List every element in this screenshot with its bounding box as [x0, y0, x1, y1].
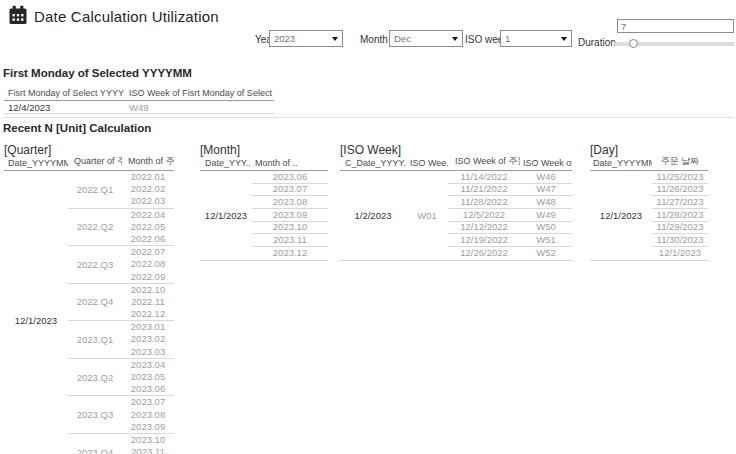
day-value: 12/1/2023: [652, 247, 708, 260]
quarter-group[interactable]: 2023.Q4 2023.10 2023.11 2023.12: [68, 434, 174, 454]
quarter-group[interactable]: 2022.Q1 2022.01 2022.02 2022.03: [68, 171, 174, 209]
calendar-icon: [8, 5, 28, 26]
quarter-date-cell[interactable]: 12/1/2023: [4, 171, 68, 454]
month-value: 2022.06: [122, 233, 174, 245]
day-value: 11/30/2023: [652, 234, 708, 247]
week-number: W47: [520, 183, 572, 196]
month-value: 2023.01: [122, 321, 174, 333]
month-value: 2023.02: [122, 333, 174, 345]
month-value: 2023.04: [122, 359, 174, 371]
table-row[interactable]: 11/29/2023: [652, 222, 708, 235]
table-row[interactable]: 2023.08: [252, 196, 328, 209]
day-value: 11/26/2023: [652, 183, 708, 196]
first-monday-table-header: Fisrt Monday of Select YYYYMM ISO Week o…: [4, 87, 274, 101]
month-value: 2023.11: [252, 234, 328, 247]
table-row[interactable]: 12/4/2023 W49: [4, 101, 274, 114]
week-number: W50: [520, 221, 572, 234]
week-start-date: 12/26/2022: [448, 247, 520, 260]
table-row[interactable]: 2023.10: [252, 222, 328, 235]
year-dropdown[interactable]: 2023: [269, 30, 343, 47]
table-row[interactable]: 11/25/2023: [652, 171, 708, 184]
month-value: 2022.04: [122, 209, 174, 221]
week-start-date: 12/5/2022: [448, 209, 520, 222]
table-row[interactable]: 11/27/2023: [652, 196, 708, 209]
quarter-group[interactable]: 2022.Q4 2022.10 2022.11 2022.12: [68, 284, 174, 322]
table-row[interactable]: 11/21/2022 W47: [448, 184, 572, 197]
quarter-table: 12/1/2023 2022.Q1 2022.01 2022.02 2022.0…: [4, 171, 174, 454]
day-value: 11/29/2023: [652, 221, 708, 234]
month-dropdown-value: Dec: [394, 33, 448, 44]
quarter-table-title: [Quarter]: [4, 143, 51, 157]
section-divider: [2, 117, 734, 118]
month-value: 2023.08: [122, 409, 174, 421]
column-header: ISO Week of 주문..: [448, 155, 520, 168]
week-number: W46: [520, 171, 572, 184]
quarter-group[interactable]: 2023.Q2 2023.04 2023.05 2023.06: [68, 359, 174, 397]
duration-input[interactable]: [617, 19, 734, 33]
week-number: W48: [520, 196, 572, 209]
table-row[interactable]: 12/19/2022 W51: [448, 234, 572, 247]
table-row[interactable]: 11/14/2022 W46: [448, 171, 572, 184]
quarter-group[interactable]: 2022.Q3 2022.07 2022.08 2022.09: [68, 246, 174, 284]
month-filter-label: Month: [360, 34, 388, 45]
month-date-cell[interactable]: 12/1/2023: [200, 171, 252, 260]
week-number: W49: [520, 209, 572, 222]
month-value: 2023.06: [122, 383, 174, 395]
table-row[interactable]: 12/12/2022 W50: [448, 222, 572, 235]
table-row[interactable]: 2023.07: [252, 184, 328, 197]
month-value: 2023.06: [252, 171, 328, 184]
week-start-date: 12/19/2022: [448, 234, 520, 247]
column-header: C_Date_YYYY..: [340, 158, 406, 168]
table-row[interactable]: 2023.12: [252, 247, 328, 260]
table-row[interactable]: 2023.06: [252, 171, 328, 184]
table-row[interactable]: 2023.11: [252, 234, 328, 247]
year-dropdown-value: 2023: [274, 33, 328, 44]
month-value: 2022.05: [122, 221, 174, 233]
day-date-cell[interactable]: 12/1/2023: [590, 171, 652, 260]
month-value: 2022.11: [122, 296, 174, 308]
month-value: 2022.08: [122, 258, 174, 270]
column-header: Fisrt Monday of Select YYYYMM: [4, 88, 124, 98]
iso-date-cell[interactable]: 1/2/2023: [340, 171, 406, 260]
quarter-group[interactable]: 2022.Q2 2022.04 2022.05 2022.06: [68, 209, 174, 247]
month-table-title: [Month]: [200, 143, 240, 157]
month-value: 2023.12: [252, 247, 328, 260]
column-header: ISO Week of..: [520, 158, 572, 168]
iso-week-cell[interactable]: W01: [406, 171, 448, 260]
iso-week-dropdown[interactable]: 1: [500, 30, 572, 47]
first-monday-iso-week: W49: [124, 102, 274, 113]
table-row[interactable]: 12/26/2022 W52: [448, 247, 572, 260]
month-value: 2023.09: [252, 209, 328, 222]
week-start-date: 11/14/2022: [448, 171, 520, 184]
table-row[interactable]: 11/30/2023: [652, 234, 708, 247]
table-row[interactable]: 11/26/2023: [652, 184, 708, 197]
month-value: 2022.12: [122, 308, 174, 320]
quarter-group[interactable]: 2023.Q3 2023.07 2023.08 2023.09: [68, 396, 174, 434]
quarter-group[interactable]: 2023.Q1 2023.01 2023.02 2023.03: [68, 321, 174, 359]
month-value: 2022.09: [122, 271, 174, 283]
week-start-date: 11/28/2022: [448, 196, 520, 209]
quarter-label: 2022.Q1: [68, 171, 122, 208]
table-row[interactable]: 11/28/2022 W48: [448, 196, 572, 209]
month-dropdown[interactable]: Dec: [389, 30, 463, 47]
month-value: 2022.03: [122, 195, 174, 207]
week-number: W52: [520, 247, 572, 260]
quarter-label: 2022.Q4: [68, 284, 122, 321]
month-value: 2023.07: [252, 183, 328, 196]
duration-slider-handle[interactable]: [629, 39, 638, 48]
quarter-label: 2023.Q4: [68, 434, 122, 454]
column-header: Month of ..: [252, 158, 328, 168]
month-value: 2023.03: [122, 346, 174, 358]
week-number: W51: [520, 234, 572, 247]
day-table-header: Date_YYYYMM 주문 날짜: [590, 158, 708, 171]
dashboard: Date Calculation Utilization Year 2023 M…: [0, 0, 736, 454]
quarter-table-header: Date_YYYYMM Quarter of 주.. Month of 주..: [4, 158, 174, 171]
month-table-header: Date_YYY.. Month of ..: [200, 158, 328, 171]
table-row[interactable]: 2023.09: [252, 209, 328, 222]
table-row[interactable]: 12/5/2022 W49: [448, 209, 572, 222]
day-value: 11/25/2023: [652, 171, 708, 184]
day-value: 11/28/2023: [652, 209, 708, 222]
month-value: 2023.11: [122, 446, 174, 454]
table-row[interactable]: 11/28/2023: [652, 209, 708, 222]
table-row[interactable]: 12/1/2023: [652, 247, 708, 260]
